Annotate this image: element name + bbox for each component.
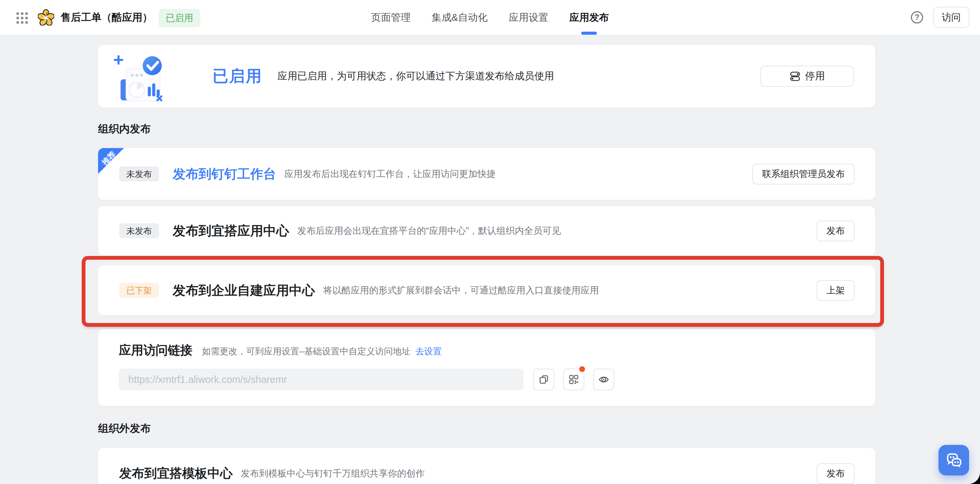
tab-integration-automation[interactable]: 集成&自动化 xyxy=(432,0,488,35)
page: { "header": { "app_title": "售后工单（酷应用）", … xyxy=(0,0,980,484)
app-link-card: 应用访问链接 如需更改，可到应用设置–基础设置中自定义访问地址 去设置 xyxy=(98,329,875,406)
disable-button-label: 停用 xyxy=(805,70,825,83)
qrcode-icon xyxy=(569,375,579,385)
sparkle-plus-icon xyxy=(115,56,122,63)
tab-app-settings[interactable]: 应用设置 xyxy=(509,0,548,35)
contact-admin-publish-button[interactable]: 联系组织管理员发布 xyxy=(752,164,855,184)
card-title-yida-app-center: 发布到宜搭应用中心 xyxy=(173,222,289,240)
publish-card-enterprise-app-center: 已下架 发布到企业自建应用中心 将以酷应用的形式扩展到群会话中，可通过酷应用入口… xyxy=(98,265,875,315)
disable-button[interactable]: 停用 xyxy=(760,66,854,87)
app-enabled-badge: 已启用 xyxy=(159,9,200,27)
card-description: 发布到模板中心与钉钉千万组织共享你的创作 xyxy=(241,467,425,479)
status-badge-delisted: 已下架 xyxy=(119,283,159,298)
toggle-switches-icon xyxy=(790,71,800,82)
go-settings-link[interactable]: 去设置 xyxy=(415,346,442,357)
copy-link-button[interactable] xyxy=(533,369,554,390)
status-description: 应用已启用，为可用状态，你可以通过下方渠道发布给成员使用 xyxy=(277,70,554,83)
publish-template-button[interactable]: 发布 xyxy=(816,463,855,484)
svg-text:?: ? xyxy=(915,13,920,22)
status-title: 已启用 xyxy=(213,66,262,87)
recommend-ribbon-label: 推荐 xyxy=(97,147,120,170)
app-link-title: 应用访问链接 xyxy=(119,342,192,359)
section-title-external: 组织外发布 xyxy=(98,421,151,436)
chat-bubbles-icon xyxy=(945,451,963,469)
app-status-illustration xyxy=(112,49,166,103)
qrcode-button[interactable] xyxy=(563,369,584,390)
check-circle-icon xyxy=(143,56,162,75)
app-link-description: 如需更改，可到应用设置–基础设置中自定义访问地址 xyxy=(202,346,410,357)
app-status-card: 已启用 应用已启用，为可用状态，你可以通过下方渠道发布给成员使用 停用 xyxy=(98,45,875,108)
app-header: 售后工单（酷应用） 已启用 页面管理 集成&自动化 应用设置 应用发布 ? 访问 xyxy=(0,0,980,35)
status-badge-unpublished: 未发布 xyxy=(119,223,159,238)
publish-card-yida-app-center: 未发布 发布到宜搭应用中心 发布后应用会出现在宜搭平台的“应用中心”，默认组织内… xyxy=(98,206,875,255)
visit-button[interactable]: 访问 xyxy=(933,7,969,28)
status-badge-unpublished: 未发布 xyxy=(119,167,159,181)
card-description: 应用发布后出现在钉钉工作台，让应用访问更加快捷 xyxy=(284,168,496,180)
help-icon[interactable]: ? xyxy=(910,10,924,24)
publish-button[interactable]: 发布 xyxy=(816,221,855,241)
app-logo-flower-icon xyxy=(38,9,54,25)
put-on-shelf-button[interactable]: 上架 xyxy=(816,280,855,301)
card-title-template-center: 发布到宜搭模板中心 xyxy=(119,465,232,482)
feedback-button[interactable] xyxy=(939,445,969,476)
copy-icon xyxy=(539,375,549,385)
publish-card-template-center: 发布到宜搭模板中心 发布到模板中心与钉钉千万组织共享你的创作 发布 xyxy=(98,448,875,484)
preview-button[interactable] xyxy=(593,369,614,390)
card-description: 发布后应用会出现在宜搭平台的“应用中心”，默认组织内全员可见 xyxy=(297,225,561,237)
eye-icon xyxy=(598,374,609,385)
card-description: 将以酷应用的形式扩展到群会话中，可通过酷应用入口直接使用应用 xyxy=(323,284,599,297)
nav-tabs: 页面管理 集成&自动化 应用设置 应用发布 xyxy=(371,0,609,35)
card-title-dingtalk-workbench[interactable]: 发布到钉钉工作台 xyxy=(173,165,276,183)
card-title-enterprise-app-center: 发布到企业自建应用中心 xyxy=(173,282,315,299)
app-link-input[interactable] xyxy=(119,369,523,390)
app-launcher-grid-icon[interactable] xyxy=(16,12,28,24)
tab-app-publish[interactable]: 应用发布 xyxy=(570,0,609,35)
publish-card-dingtalk-workbench: 推荐 未发布 发布到钉钉工作台 应用发布后出现在钉钉工作台，让应用访问更加快捷 … xyxy=(98,148,875,200)
tab-page-management[interactable]: 页面管理 xyxy=(371,0,410,35)
section-title-internal: 组织内发布 xyxy=(98,122,151,136)
app-title: 售后工单（酷应用） xyxy=(60,0,153,35)
notification-dot xyxy=(579,366,585,372)
